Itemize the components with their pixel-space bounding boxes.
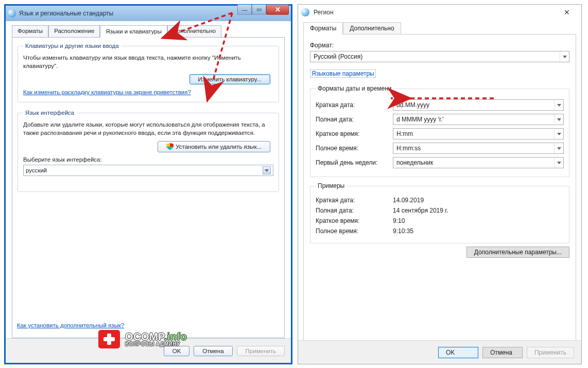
ex-short-date-value: 14.09.2019 (393, 197, 424, 204)
caption-win7: WINDOWS 7 (4, 365, 292, 368)
group-keyboards-text: Чтобы изменить клавиатуру или язык ввода… (23, 54, 273, 70)
ex-long-time-label: Полное время: (316, 227, 393, 235)
apply-button[interactable]: Применить (237, 346, 285, 356)
chevron-down-icon (557, 118, 561, 121)
chevron-down-icon (265, 169, 269, 172)
tab-formats[interactable]: Форматы (303, 22, 343, 34)
ex-short-time-value: 9:10 (393, 217, 405, 224)
install-remove-language-button[interactable]: Установить или удалить язык... (158, 141, 270, 152)
win10-tab-panel: Формат: Русский (Россия) Языковые параме… (303, 34, 576, 343)
chevron-down-icon (557, 104, 561, 107)
display-language-label: Выберите язык интерфейса: (23, 156, 273, 163)
win7-tab-panel: Клавиатуры и другие языки ввода Чтобы из… (12, 37, 285, 338)
group-examples: Примеры Краткая дата:14.09.2019 Полная д… (310, 182, 569, 243)
group-examples-legend: Примеры (316, 182, 347, 189)
group-ui-legend: Язык интерфейса (23, 110, 76, 116)
watermark-ocomp: OCOMP.info ВОПРОСЫ АДМИНУ (98, 330, 187, 348)
long-date-select[interactable]: d MMMM yyyy 'г.' (393, 114, 564, 125)
group-datetime-legend: Форматы даты и времени (316, 85, 393, 92)
group-ui-text: Добавьте или удалите языки, которые могу… (23, 121, 273, 137)
short-time-label: Краткое время: (316, 130, 393, 137)
welcome-layout-link[interactable]: Как изменить раскладку клавиатуры на экр… (23, 89, 191, 95)
display-language-select[interactable]: русский (23, 165, 273, 176)
long-time-select[interactable]: H:mm:ss (393, 143, 564, 154)
additional-settings-button[interactable]: Дополнительные параметры... (466, 247, 569, 258)
tab-formats[interactable]: Форматы (12, 25, 48, 38)
tab-advanced[interactable]: Дополнительно (343, 22, 401, 34)
cancel-button[interactable]: Отмена (194, 346, 232, 356)
short-date-select[interactable]: dd.MM.yyyy (393, 99, 564, 111)
ex-long-date-label: Полная дата: (316, 207, 393, 214)
win10-title: Регион (314, 9, 551, 16)
close-button[interactable]: ✕ (556, 5, 578, 20)
short-date-label: Краткая дата: (316, 101, 393, 109)
plus-icon (98, 330, 120, 348)
format-label: Формат: (310, 42, 569, 49)
close-icon: ✕ (564, 8, 570, 16)
format-value: Русский (Россия) (314, 53, 362, 60)
win10-dialog: Регион ✕ Форматы Дополнительно Формат: Р… (298, 4, 582, 364)
first-day-select[interactable]: понедельник (393, 157, 564, 168)
win10-titlebar[interactable]: Регион ✕ (298, 5, 581, 20)
group-ui-language: Язык интерфейса Добавьте или удалите язы… (18, 110, 279, 192)
group-datetime-formats: Форматы даты и времени Краткая дата: dd.… (310, 85, 569, 177)
tab-location[interactable]: Расположение (48, 25, 100, 38)
chevron-down-icon (563, 56, 567, 58)
maximize-button[interactable]: ▭ (252, 5, 266, 15)
win7-tabstrip: Форматы Расположение Языки и клавиатуры … (12, 25, 285, 38)
ex-short-date-label: Краткая дата: (316, 197, 393, 204)
dropdown-button[interactable] (263, 166, 271, 174)
first-day-label: Первый день недели: (316, 159, 393, 166)
tab-advanced[interactable]: Дополнительно (167, 25, 221, 38)
change-keyboard-button[interactable]: Изменить клавиатуру... (189, 74, 270, 84)
win10-tabstrip: Форматы Дополнительно (303, 22, 576, 34)
install-language-help-link[interactable]: Как установить дополнительный язык? (17, 322, 124, 328)
globe-icon (8, 9, 16, 17)
close-icon: ✕ (275, 6, 281, 13)
chevron-down-icon (557, 162, 561, 164)
ex-long-date-value: 14 сентября 2019 г. (393, 207, 448, 214)
group-keyboards: Клавиатуры и другие языки ввода Чтобы из… (18, 43, 279, 102)
ok-button[interactable]: OK (438, 347, 478, 358)
dropdown-button[interactable] (560, 51, 569, 62)
group-keyboards-legend: Клавиатуры и другие языки ввода (23, 43, 121, 49)
chevron-down-icon (557, 147, 561, 150)
long-date-label: Полная дата: (316, 116, 393, 123)
minimize-button[interactable]: — (237, 5, 252, 15)
globe-icon (301, 8, 309, 16)
cancel-button[interactable]: Отмена (482, 347, 523, 358)
short-time-select[interactable]: H:mm (393, 128, 564, 139)
chevron-down-icon (557, 133, 561, 135)
long-time-label: Полное время: (316, 145, 393, 152)
ex-short-time-label: Краткое время: (316, 217, 393, 224)
close-button[interactable]: ✕ (266, 5, 289, 15)
uac-shield-icon (166, 143, 174, 150)
apply-button[interactable]: Применить (527, 347, 574, 358)
language-settings-link[interactable]: Языковые параметры (310, 69, 376, 78)
win10-button-row: OK Отмена Применить (298, 340, 581, 364)
win7-titlebar[interactable]: Язык и региональные стандарты — ▭ ✕ (6, 6, 291, 21)
ex-long-time-value: 9:10:35 (393, 227, 413, 235)
tab-keyboards[interactable]: Языки и клавиатуры (100, 25, 167, 38)
display-language-value: русский (26, 167, 47, 173)
win7-dialog: Язык и региональные стандарты — ▭ ✕ Форм… (4, 4, 292, 364)
format-select[interactable]: Русский (Россия) (310, 51, 569, 62)
caption-win10: WINDOWS 10 (298, 365, 582, 368)
